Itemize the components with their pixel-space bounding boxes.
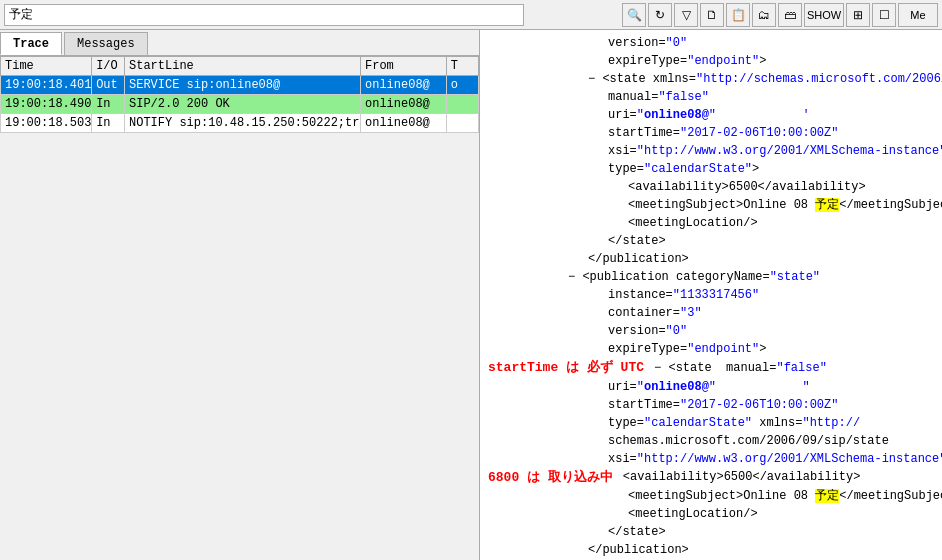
table-row[interactable]: 19:00:18.490InSIP/2.0 200 OKonline08@ xyxy=(1,95,479,114)
xml-line: startTime="2017-02-06T10:00:00Z" xyxy=(608,124,934,142)
xml-line: <meetingLocation/> xyxy=(628,505,934,523)
xml-line: type="calendarState"> xyxy=(608,160,934,178)
xml-line: − <state manual="false" xyxy=(654,359,827,377)
toolbar-title-area xyxy=(4,4,618,26)
annotation-starttime-text: startTime は 必ず UTC xyxy=(488,358,644,378)
col-startline-header: StartLine xyxy=(125,57,361,76)
table-cell: In xyxy=(92,114,125,133)
table-cell: 19:00:18.490 xyxy=(1,95,92,114)
table-cell: SIP/2.0 200 OK xyxy=(125,95,361,114)
xml-line: startTime="2017-02-06T10:00:00Z" xyxy=(608,396,934,414)
xml-line: expireType="endpoint"> xyxy=(608,340,934,358)
xml-line: xsi="http://www.w3.org/2001/XMLSchema-in… xyxy=(608,142,934,160)
checkbox-button[interactable]: ☐ xyxy=(872,3,896,27)
table-header-row: Time I/O StartLine From T xyxy=(1,57,479,76)
right-panel[interactable]: version="0" expireType="endpoint"> − <st… xyxy=(480,30,942,560)
xml-line: </publication> xyxy=(588,541,934,559)
col-time-header: Time xyxy=(1,57,92,76)
col-from-header: From xyxy=(360,57,446,76)
table-cell: SERVICE sip:online08@ xyxy=(125,76,361,95)
table-cell: Out xyxy=(92,76,125,95)
left-panel: Trace Messages Time I/O StartLine From T… xyxy=(0,30,480,560)
main: Trace Messages Time I/O StartLine From T… xyxy=(0,30,942,560)
grid-button[interactable]: ⊞ xyxy=(846,3,870,27)
xml-line: − <publication categoryName="state" xyxy=(568,268,934,286)
xml-line: version="0" xyxy=(608,34,934,52)
table-cell: 19:00:18.401 xyxy=(1,76,92,95)
annotation-6800: 6800 は 取り込み中 <availability>6500</availab… xyxy=(488,468,934,488)
doc1-button[interactable]: 🗋 xyxy=(700,3,724,27)
xml-line: type="calendarState" xmlns="http:// xyxy=(608,414,934,432)
xml-line: container="3" xyxy=(608,304,934,322)
tab-bar: Trace Messages xyxy=(0,30,479,56)
table-row[interactable]: 19:00:18.503InNOTIFY sip:10.48.15.250:50… xyxy=(1,114,479,133)
xml-line: schemas.microsoft.com/2006/09/sip/state xyxy=(608,432,934,450)
col-io-header: I/O xyxy=(92,57,125,76)
xml-line: </state> xyxy=(608,232,934,250)
xml-line: uri="online08@" " xyxy=(608,378,934,396)
table-cell xyxy=(446,114,478,133)
toolbar-buttons: 🔍 ↻ ▽ 🗋 📋 🗂 🗃 SHOW ⊞ ☐ Me xyxy=(622,3,938,27)
xml-line: <availability>6500</availability> xyxy=(623,468,861,486)
toolbar: 🔍 ↻ ▽ 🗋 📋 🗂 🗃 SHOW ⊞ ☐ Me xyxy=(0,0,942,30)
annotation-6800-text: 6800 は 取り込み中 xyxy=(488,468,613,488)
xml-line: <availability>6500</availability> xyxy=(628,178,934,196)
col-t-header: T xyxy=(446,57,478,76)
annotation-startime: startTime は 必ず UTC − <state manual="fals… xyxy=(488,358,934,378)
show-button[interactable]: SHOW xyxy=(804,3,844,27)
title-input[interactable] xyxy=(4,4,524,26)
search-button[interactable]: 🔍 xyxy=(622,3,646,27)
xml-line: </state> xyxy=(608,523,934,541)
trace-tbody: 19:00:18.401OutSERVICE sip:online08@onli… xyxy=(1,76,479,133)
filter-button[interactable]: ▽ xyxy=(674,3,698,27)
table-cell: In xyxy=(92,95,125,114)
xml-line: <meetingSubject>Online 08 予定</meetingSub… xyxy=(628,196,934,214)
table-cell xyxy=(446,95,478,114)
trace-table: Time I/O StartLine From T 19:00:18.401Ou… xyxy=(0,56,479,133)
table-container[interactable]: Time I/O StartLine From T 19:00:18.401Ou… xyxy=(0,56,479,560)
table-cell: NOTIFY sip:10.48.15.250:50222;transpc xyxy=(125,114,361,133)
table-cell: 19:00:18.503 xyxy=(1,114,92,133)
table-cell: o xyxy=(446,76,478,95)
table-cell: online08@ xyxy=(360,76,446,95)
xml-line: xsi="http://www.w3.org/2001/XMLSchema-in… xyxy=(608,450,934,468)
xml-line: expireType="endpoint"> xyxy=(608,52,934,70)
xml-line: <meetingLocation/> xyxy=(628,214,934,232)
refresh-button[interactable]: ↻ xyxy=(648,3,672,27)
table-cell: online08@ xyxy=(360,95,446,114)
table-row[interactable]: 19:00:18.401OutSERVICE sip:online08@onli… xyxy=(1,76,479,95)
table-cell: online08@ xyxy=(360,114,446,133)
xml-line: version="0" xyxy=(608,322,934,340)
doc2-button[interactable]: 📋 xyxy=(726,3,750,27)
xml-line: </publication> xyxy=(588,250,934,268)
folder2-button[interactable]: 🗃 xyxy=(778,3,802,27)
xml-line: instance="1133317456" xyxy=(608,286,934,304)
xml-line: − <state xmlns="http://schemas.microsoft… xyxy=(588,70,934,88)
tab-trace[interactable]: Trace xyxy=(0,32,62,55)
me-button[interactable]: Me xyxy=(898,3,938,27)
xml-line: manual="false" xyxy=(608,88,934,106)
xml-line: <meetingSubject>Online 08 予定</meetingSub… xyxy=(628,487,934,505)
folder1-button[interactable]: 🗂 xyxy=(752,3,776,27)
tab-messages[interactable]: Messages xyxy=(64,32,148,55)
xml-line: uri="online08@" ' xyxy=(608,106,934,124)
